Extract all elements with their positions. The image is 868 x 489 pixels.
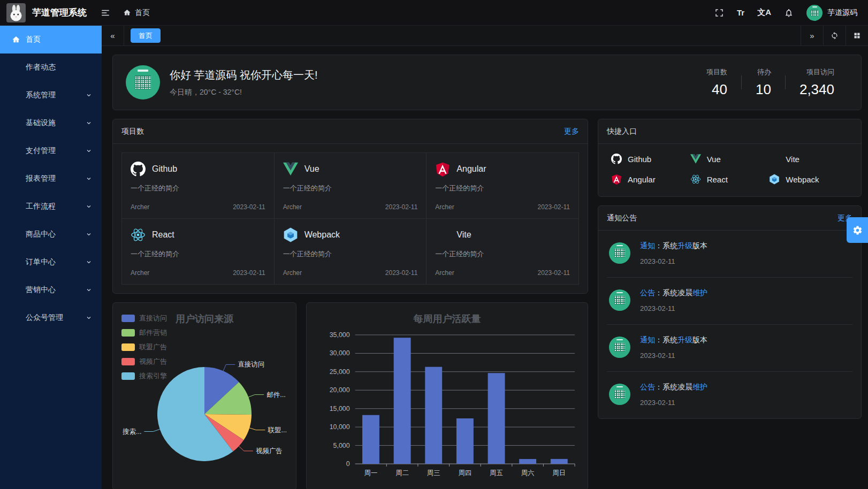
shortcut-vue[interactable]: Vue (690, 154, 770, 164)
project-tile-github[interactable]: Github 一个正经的简介 Archer 2023-02-11 (122, 153, 274, 218)
shortcut-angular[interactable]: Angular (611, 174, 690, 185)
project-author: Archer (435, 269, 454, 277)
layout-grid-button[interactable] (846, 26, 868, 45)
chevron-down-icon (86, 175, 92, 182)
stat-value: 10 (756, 81, 771, 98)
notice-date: 2023-02-11 (640, 352, 707, 360)
shortcut-label: Vite (786, 155, 800, 164)
y-tick-label: 35,000 (330, 331, 350, 339)
notice-item-0[interactable]: 通知：系统升级版本 2023-02-11 (607, 231, 852, 277)
sidebar-item-3[interactable]: 基础设施 (0, 109, 102, 137)
app-logo (6, 3, 26, 22)
collapse-sidebar-button[interactable] (101, 8, 110, 18)
vue-icon (283, 162, 298, 177)
sidebar-item-8[interactable]: 订单中心 (0, 248, 102, 276)
notice-date: 2023-02-11 (640, 304, 707, 312)
sidebar-item-5[interactable]: 报表管理 (0, 165, 102, 193)
pie-legend: 直接访问 邮件营销 联盟广告 视频广告 搜索引擎 (121, 314, 167, 381)
sidebar-item-4[interactable]: 支付管理 (0, 137, 102, 165)
notifications-button[interactable] (784, 8, 794, 18)
user-menu[interactable]: 芋道源码 (806, 5, 857, 21)
tab-0[interactable]: 首页 (131, 28, 161, 43)
github-icon (611, 154, 622, 164)
shortcut-react[interactable]: React (690, 174, 770, 185)
sidebar-item-2[interactable]: 系统管理 (0, 81, 102, 109)
notice-item-2[interactable]: 通知：系统升级版本 2023-02-11 (607, 324, 852, 371)
pie-legend-item-1[interactable]: 邮件营销 (121, 328, 167, 338)
x-tick-label: 周五 (490, 469, 503, 477)
vite-icon (769, 154, 780, 164)
projects-more-link[interactable]: 更多 (564, 127, 579, 136)
project-author: Archer (435, 203, 454, 211)
project-name: Vue (304, 164, 319, 174)
sidebar-item-10[interactable]: 公众号管理 (0, 304, 102, 332)
welcome-greeting: 你好 芋道源码 祝你开心每一天! (170, 68, 318, 82)
rabbit-logo-icon (6, 3, 26, 22)
y-tick-label: 15,000 (330, 405, 350, 412)
theme-settings-button[interactable] (847, 217, 868, 243)
pie-legend-item-0[interactable]: 直接访问 (121, 314, 167, 323)
project-tile-react[interactable]: React 一个正经的简介 Archer 2023-02-11 (122, 219, 274, 284)
topbar-actions: Tr 文A 芋道源码 (714, 5, 857, 21)
chevron-down-icon (86, 148, 92, 154)
sidebar-item-0[interactable]: 首页 (0, 26, 102, 54)
pie-legend-item-3[interactable]: 视频广告 (121, 357, 167, 366)
shortcuts-card: 快捷入口 GithubVueViteAngularReactWebpack (598, 119, 862, 197)
project-name: Github (152, 164, 177, 174)
notice-item-3[interactable]: 公告：系统凌晨维护 2023-02-11 (607, 371, 852, 418)
pie-legend-item-2[interactable]: 联盟广告 (121, 342, 167, 352)
project-tile-angular[interactable]: Angular 一个正经的简介 Archer 2023-02-11 (427, 153, 578, 218)
tabs-scroll-left-button[interactable]: « (102, 26, 124, 45)
webpack-icon (283, 227, 298, 242)
refresh-icon (831, 32, 839, 40)
font-size-button[interactable]: Tr (737, 8, 744, 17)
pie-label-line (223, 364, 235, 371)
project-name: Angular (456, 164, 486, 174)
notice-title: 公告：系统凌晨维护 (640, 383, 707, 392)
notice-avatar (609, 289, 630, 311)
project-date: 2023-02-11 (385, 269, 418, 277)
sidebar-item-label: 基础设施 (26, 118, 86, 128)
sidebar-item-label: 商品中心 (26, 230, 86, 239)
notice-title: 公告：系统凌晨维护 (640, 288, 707, 298)
project-tile-vite[interactable]: Vite 一个正经的简介 Archer 2023-02-11 (427, 219, 578, 284)
bar-svg: 05,00010,00015,00020,00025,00030,00035,0… (310, 327, 584, 489)
notice-title: 通知：系统升级版本 (640, 335, 707, 345)
welcome-weather: 今日晴，20°C - 32°C! (170, 88, 318, 97)
project-tile-vue[interactable]: Vue 一个正经的简介 Archer 2023-02-11 (275, 153, 427, 218)
pie-label: 搜索... (123, 428, 141, 435)
shortcut-github[interactable]: Github (611, 154, 690, 164)
main-area: « 首页 » 你好 芋道源码 祝你开心每一天! 今日晴，20°C - 32°C!… (102, 26, 868, 489)
tabs-scroll-right-button[interactable]: » (801, 26, 823, 45)
bar-chart-card: 每周用户活跃量 05,00010,00015,00020,00025,00030… (306, 302, 588, 489)
hamburger-icon (101, 8, 110, 18)
chevron-down-icon (86, 287, 92, 293)
legend-label: 直接访问 (139, 314, 167, 323)
locale-button[interactable]: 文A (757, 7, 771, 18)
pie-legend-item-4[interactable]: 搜索引擎 (121, 371, 167, 381)
chevron-down-icon (86, 203, 92, 210)
pie-label: 联盟... (268, 426, 287, 434)
username: 芋道源码 (827, 8, 857, 18)
shortcut-label: Github (628, 155, 651, 164)
legend-label: 联盟广告 (139, 342, 167, 352)
breadcrumb[interactable]: 首页 (123, 8, 150, 18)
bar-chart: 05,00010,00015,00020,00025,00030,00035,0… (310, 327, 584, 489)
sidebar-item-1[interactable]: 作者动态 (0, 54, 102, 81)
shortcut-vite[interactable]: Vite (769, 154, 848, 164)
project-name: Webpack (304, 230, 340, 240)
notice-item-1[interactable]: 公告：系统凌晨维护 2023-02-11 (607, 277, 852, 324)
chevron-down-icon (86, 315, 92, 321)
sidebar-item-7[interactable]: 商品中心 (0, 220, 102, 248)
sidebar-item-6[interactable]: 工作流程 (0, 193, 102, 220)
bar-chart-title: 每周用户活跃量 (307, 312, 588, 325)
sidebar-item-9[interactable]: 营销中心 (0, 276, 102, 304)
project-author: Archer (283, 203, 302, 211)
refresh-page-button[interactable] (823, 26, 846, 45)
shortcut-label: Webpack (786, 175, 819, 184)
sidebar-item-label: 订单中心 (26, 257, 86, 267)
project-tile-webpack[interactable]: Webpack 一个正经的简介 Archer 2023-02-11 (275, 219, 427, 284)
shortcut-webpack[interactable]: Webpack (769, 174, 848, 185)
stat-value: 40 (706, 81, 727, 98)
fullscreen-button[interactable] (714, 8, 724, 18)
